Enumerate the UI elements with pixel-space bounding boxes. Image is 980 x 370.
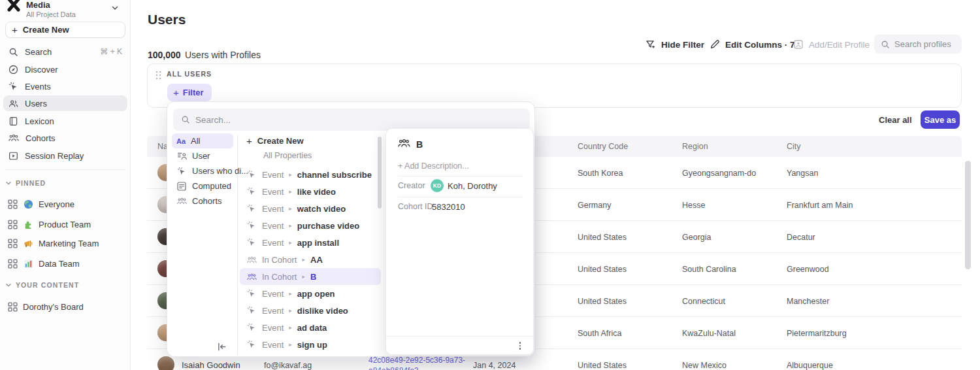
sidebar-board-everyone[interactable]: Everyone bbox=[3, 195, 127, 212]
cell-city: Pietermaritzburg bbox=[787, 317, 847, 349]
add-edit-profile-label: Add/Edit Profile bbox=[809, 40, 870, 50]
sidebar-item-lexicon[interactable]: Lexicon bbox=[3, 113, 127, 129]
sidebar-board-data-team[interactable]: Data Team bbox=[3, 255, 127, 272]
cohort-title: B bbox=[416, 139, 423, 150]
column-header-region[interactable]: Region bbox=[682, 136, 708, 157]
sidebar-item-session-replay[interactable]: Session Replay bbox=[3, 148, 127, 163]
sidebar-item-users[interactable]: Users bbox=[3, 95, 127, 111]
users-with-profiles-selector[interactable]: Users with Profiles bbox=[185, 50, 261, 60]
workspace-chevron-down-icon[interactable] bbox=[111, 4, 119, 12]
item-prefix: Event bbox=[262, 187, 284, 197]
create-new-button[interactable]: Create New bbox=[5, 22, 125, 38]
item-name: like video bbox=[297, 187, 336, 197]
item-prefix: Event bbox=[262, 306, 284, 316]
cohort-preview-card: B + Add Description... Creator KD Koh, D… bbox=[385, 128, 534, 355]
cell-region: South Carolina bbox=[682, 253, 736, 285]
your-content-section-header[interactable]: YOUR CONTENT bbox=[5, 281, 79, 289]
add-description-button[interactable]: + Add Description... bbox=[398, 161, 469, 171]
event-spark-icon bbox=[246, 204, 257, 213]
cohorts-icon bbox=[246, 273, 257, 280]
user-properties-icon bbox=[176, 152, 187, 160]
table-scrollbar-thumb[interactable] bbox=[965, 161, 971, 269]
text-type-icon: Aa bbox=[176, 137, 186, 145]
pinned-section-header[interactable]: PINNED bbox=[5, 179, 46, 187]
property-item-channel-subscribe[interactable]: Event▸channel subscribe bbox=[240, 166, 381, 183]
workspace-logo-icon bbox=[5, 0, 22, 13]
category-label: Cohorts bbox=[192, 196, 222, 206]
user-count: 100,000 bbox=[148, 50, 181, 60]
megaphone-icon bbox=[23, 238, 33, 248]
event-spark-icon bbox=[246, 289, 257, 298]
category-label: Computed bbox=[192, 181, 231, 191]
cell-country: South Korea bbox=[578, 157, 623, 189]
category-cohorts[interactable]: Cohorts bbox=[172, 193, 233, 209]
arrow-right-icon: ▸ bbox=[289, 341, 292, 348]
sidebar-item-label: Events bbox=[25, 82, 122, 92]
collapse-panel-icon[interactable] bbox=[217, 342, 227, 352]
chevron-down-icon bbox=[5, 282, 12, 288]
cohorts-icon bbox=[246, 256, 257, 263]
clear-all-button[interactable]: Clear all bbox=[879, 115, 912, 125]
sidebar-item-events[interactable]: Events bbox=[3, 78, 127, 94]
category-all[interactable]: Aa All bbox=[172, 133, 233, 148]
sidebar-item-search[interactable]: Search ⌘ + K bbox=[3, 44, 127, 59]
property-item-sign-up[interactable]: Event▸sign up bbox=[240, 336, 381, 353]
puzzle-icon bbox=[23, 219, 33, 229]
property-item-watch-video[interactable]: Event▸watch video bbox=[240, 200, 381, 217]
cell-region: KwaZulu-Natal bbox=[682, 317, 736, 349]
sidebar-item-label: Cohorts bbox=[25, 133, 122, 143]
cell-region: Connecticut bbox=[682, 285, 725, 317]
sidebar-board-dorothys-board[interactable]: Dorothy's Board bbox=[3, 298, 127, 315]
item-name: AA bbox=[310, 255, 323, 265]
sidebar-board-marketing-team[interactable]: Marketing Team bbox=[3, 235, 127, 252]
search-icon bbox=[8, 47, 18, 57]
arrow-right-icon: ▸ bbox=[289, 324, 292, 331]
property-item-app-open[interactable]: Event▸app open bbox=[240, 285, 381, 302]
category-computed[interactable]: Computed bbox=[172, 178, 233, 193]
edit-columns-button[interactable]: Edit Columns · 7 bbox=[710, 38, 795, 51]
dropdown-section-label: All Properties bbox=[263, 151, 312, 160]
property-item-purchase-video[interactable]: Event▸purchase video bbox=[240, 217, 381, 234]
cell-region: New Mexico bbox=[682, 349, 727, 370]
property-item-dislike-video[interactable]: Event▸dislike video bbox=[240, 302, 381, 319]
arrow-right-icon: ▸ bbox=[289, 290, 292, 297]
property-item-app-install[interactable]: Event▸app install bbox=[240, 234, 381, 251]
board-grid-icon bbox=[8, 259, 18, 269]
sidebar-item-cohorts[interactable]: Cohorts bbox=[3, 130, 127, 146]
sidebar-item-discover[interactable]: Discover bbox=[3, 61, 127, 77]
add-filter-button[interactable]: Filter bbox=[167, 84, 212, 101]
add-edit-profile-button[interactable]: Add/Edit Profile bbox=[793, 38, 870, 51]
column-header-country-code[interactable]: Country Code bbox=[578, 136, 628, 157]
dropdown-scrollbar-thumb[interactable] bbox=[378, 137, 382, 209]
cohorts-icon bbox=[176, 197, 187, 205]
event-spark-icon bbox=[176, 167, 187, 176]
column-header-city[interactable]: City bbox=[787, 136, 801, 157]
save-as-button[interactable]: Save as bbox=[921, 110, 960, 129]
category-users-who-did[interactable]: Users who di... bbox=[172, 163, 233, 178]
computed-icon bbox=[176, 182, 187, 191]
creator-name: Koh, Dorothy bbox=[448, 181, 497, 191]
project-name: All Project Data bbox=[26, 10, 76, 18]
dropdown-search-input[interactable] bbox=[195, 115, 522, 125]
profiles-search-input[interactable] bbox=[894, 39, 955, 49]
property-item-ad-data[interactable]: Event▸ad data bbox=[240, 319, 381, 336]
cohort-item-b[interactable]: In Cohort▸B bbox=[240, 268, 381, 285]
event-spark-icon bbox=[8, 82, 18, 92]
hide-filter-button[interactable]: Hide Filter bbox=[645, 38, 704, 51]
sidebar-board-product-team[interactable]: Product Team bbox=[3, 216, 127, 233]
arrow-right-icon: ▸ bbox=[289, 307, 292, 314]
workspace-name: Media bbox=[26, 0, 50, 10]
dropdown-create-new[interactable]: Create New bbox=[240, 132, 381, 149]
cohort-item-aa[interactable]: In Cohort▸AA bbox=[240, 251, 381, 268]
item-prefix: Event bbox=[262, 340, 284, 350]
card-divider bbox=[398, 176, 523, 177]
more-options-icon[interactable] bbox=[515, 341, 525, 351]
event-spark-icon bbox=[246, 170, 257, 179]
category-user[interactable]: User bbox=[172, 148, 233, 163]
property-item-like-video[interactable]: Event▸like video bbox=[240, 183, 381, 200]
drag-handle-icon[interactable] bbox=[156, 71, 161, 80]
item-name: purchase video bbox=[297, 221, 359, 231]
event-spark-icon bbox=[246, 323, 257, 332]
event-spark-icon bbox=[246, 238, 257, 247]
item-prefix: Event bbox=[262, 323, 284, 333]
